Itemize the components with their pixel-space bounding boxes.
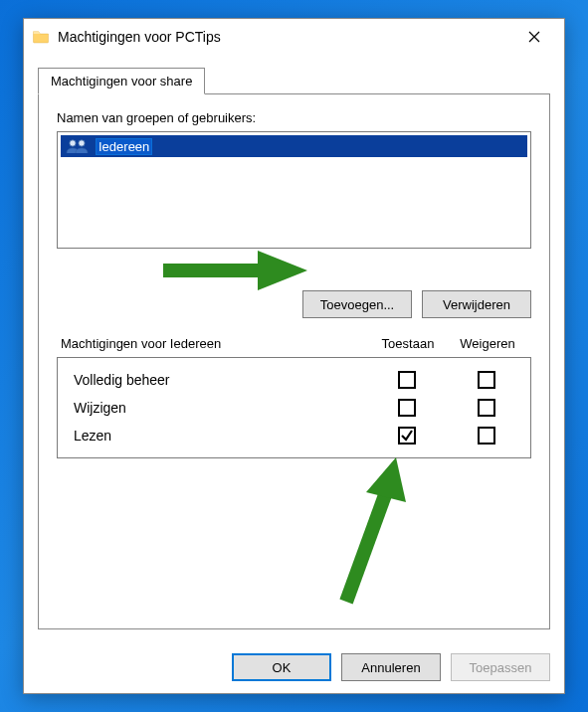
checkbox-deny-read[interactable]	[478, 427, 495, 445]
checkbox-allow-change[interactable]	[398, 399, 416, 417]
add-button[interactable]: Toevoegen...	[302, 290, 412, 318]
permissions-dialog: Machtigingen voor PCTips Machtigingen vo…	[23, 18, 565, 694]
apply-button[interactable]: Toepassen	[451, 653, 550, 681]
add-remove-row: Toevoegen... Verwijderen	[57, 290, 531, 318]
cancel-button[interactable]: Annuleren	[341, 653, 441, 681]
window-title: Machtigingen voor PCTips	[58, 29, 512, 45]
tab-share-permissions[interactable]: Machtigingen voor share	[38, 68, 205, 94]
permissions-for-label: Machtigingen voor Iedereen	[61, 336, 368, 351]
permissions-list: Volledig beheer Wijzigen Lezen	[57, 357, 531, 458]
perm-label: Lezen	[74, 428, 367, 444]
titlebar: Machtigingen voor PCTips	[24, 19, 564, 55]
perm-label: Wijzigen	[74, 400, 367, 416]
groups-label: Namen van groepen of gebruikers:	[57, 110, 531, 125]
col-deny: Weigeren	[448, 336, 527, 351]
group-icon	[64, 137, 92, 155]
list-item-label: Iedereen	[96, 138, 152, 155]
close-icon	[528, 31, 540, 43]
checkbox-allow-read[interactable]	[398, 427, 416, 445]
close-button[interactable]	[512, 22, 556, 52]
col-allow: Toestaan	[368, 336, 448, 351]
perm-row-full-control: Volledig beheer	[74, 366, 526, 394]
folder-icon	[32, 28, 50, 46]
perm-label: Volledig beheer	[74, 372, 367, 388]
svg-point-0	[70, 140, 76, 146]
checkbox-allow-full[interactable]	[398, 371, 416, 389]
dialog-footer: OK Annuleren Toepassen	[24, 641, 564, 693]
perm-row-read: Lezen	[74, 422, 526, 449]
list-item[interactable]: Iedereen	[61, 135, 527, 157]
checkbox-deny-full[interactable]	[478, 371, 495, 389]
annotation-arrow-2	[306, 452, 426, 612]
checkbox-deny-change[interactable]	[478, 399, 495, 417]
svg-point-1	[79, 140, 85, 146]
groups-listbox[interactable]: Iedereen	[57, 131, 531, 249]
tab-strip: Machtigingen voor share	[38, 68, 550, 94]
permissions-header: Machtigingen voor Iedereen Toestaan Weig…	[57, 336, 531, 357]
remove-button[interactable]: Verwijderen	[422, 290, 531, 318]
ok-button[interactable]: OK	[232, 653, 331, 681]
perm-row-change: Wijzigen	[74, 394, 526, 422]
client-area: Machtigingen voor share Namen van groepe…	[24, 55, 564, 641]
check-icon	[400, 429, 414, 443]
tab-panel: Namen van groepen of gebruikers: Iederee…	[38, 93, 550, 629]
